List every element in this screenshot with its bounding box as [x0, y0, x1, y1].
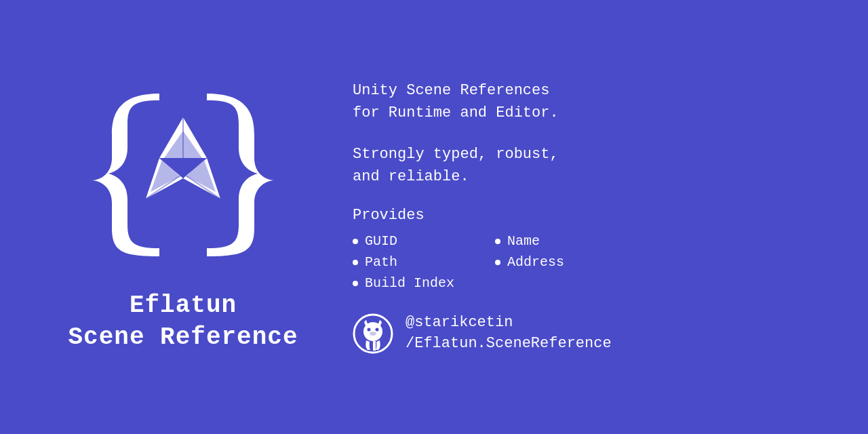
bullet-icon [353, 239, 358, 244]
github-logo-svg [353, 313, 393, 354]
provides-path: Path [365, 254, 397, 270]
provides-col-right: Name Address [495, 233, 564, 291]
bullet-icon [353, 260, 358, 265]
bullet-icon [495, 260, 500, 265]
github-section: @starikcetin /Eflatun.SceneReference [353, 313, 814, 355]
logo-container [54, 80, 312, 270]
bullet-icon [495, 239, 500, 244]
provides-build-index: Build Index [365, 275, 454, 291]
svg-point-11 [368, 328, 371, 332]
svg-point-13 [370, 332, 376, 336]
list-item: GUID [353, 233, 454, 249]
github-repo: /Eflatun.SceneReference [406, 335, 612, 352]
github-handle: @starikcetin [406, 314, 513, 331]
provides-guid: GUID [365, 233, 397, 249]
main-container: Eflatun Scene Reference Unity Scene Refe… [0, 0, 868, 434]
provides-address: Address [507, 254, 564, 270]
tagline2: for Runtime and Editor. [353, 104, 559, 121]
app-title-line1: Eflatun [130, 292, 237, 319]
tagline3: Strongly typed, robust, [353, 146, 559, 163]
logo-svg [54, 80, 312, 270]
provides-section: Provides GUID Path Build Index [353, 207, 814, 291]
provides-title: Provides [353, 207, 814, 224]
right-panel: Unity Scene References for Runtime and E… [353, 79, 814, 355]
svg-point-12 [376, 328, 379, 332]
provides-name: Name [507, 233, 540, 249]
list-item: Name [495, 233, 564, 249]
app-title-line2: Scene Reference [68, 323, 298, 351]
list-item: Address [495, 254, 564, 270]
github-icon [353, 313, 393, 354]
tagline-block2: Strongly typed, robust, and reliable. [353, 143, 814, 188]
github-text: @starikcetin /Eflatun.SceneReference [406, 313, 612, 355]
tagline4: and reliable. [353, 168, 469, 185]
left-panel: Eflatun Scene Reference [54, 80, 312, 354]
tagline1: Unity Scene References [353, 82, 549, 99]
bullet-icon [353, 281, 358, 286]
list-item: Build Index [353, 275, 454, 291]
app-title: Eflatun Scene Reference [68, 290, 298, 354]
list-item: Path [353, 254, 454, 270]
provides-list: GUID Path Build Index Name [353, 233, 814, 291]
tagline-block1: Unity Scene References for Runtime and E… [353, 79, 814, 124]
provides-col-left: GUID Path Build Index [353, 233, 454, 291]
